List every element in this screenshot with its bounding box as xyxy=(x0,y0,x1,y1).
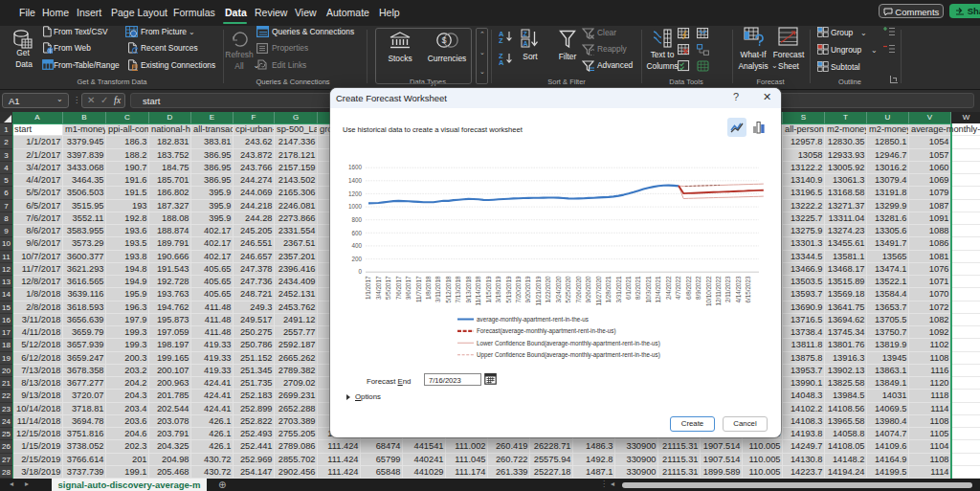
svg-text:7/6/2017: 7/6/2017 xyxy=(395,276,402,300)
svg-text:9/6/2017: 9/6/2017 xyxy=(405,276,412,300)
svg-text:Forecast(average-monthly-apart: Forecast(average-monthly-apartment-rent-… xyxy=(477,327,616,335)
svg-text:Lower Confidence Bound(average: Lower Confidence Bound(average-monthly-a… xyxy=(477,340,660,347)
svg-text:11/14/2018: 11/14/2018 xyxy=(475,276,481,306)
svg-text:Upper Confidence Bound(average: Upper Confidence Bound(average-monthly-a… xyxy=(477,351,660,359)
svg-text:3/11/2018: 3/11/2018 xyxy=(434,276,441,302)
svg-text:5/5/2017: 5/5/2017 xyxy=(385,276,391,300)
svg-text:1/28/2021: 1/28/2021 xyxy=(605,276,612,303)
svg-text:6/1/2021: 6/1/2021 xyxy=(625,276,632,300)
svg-text:6/8/2022: 6/8/2022 xyxy=(685,276,692,300)
svg-text:4/14/2023: 4/14/2023 xyxy=(735,276,742,303)
svg-text:11/27/2020: 11/27/2020 xyxy=(595,276,602,306)
svg-text:11/7/2017: 11/7/2017 xyxy=(415,276,422,302)
svg-text:2/11/2023: 2/11/2023 xyxy=(724,276,731,302)
svg-text:10/3/2021: 10/3/2021 xyxy=(645,276,652,303)
svg-text:5/25/2020: 5/25/2020 xyxy=(565,276,571,303)
svg-text:1600: 1600 xyxy=(348,164,363,170)
svg-text:7/20/2019: 7/20/2019 xyxy=(515,276,522,303)
svg-text:1/15/2019: 1/15/2019 xyxy=(485,276,492,303)
svg-text:400: 400 xyxy=(351,242,362,249)
svg-text:9/26/2020: 9/26/2020 xyxy=(585,276,591,303)
svg-text:3/4/2017: 3/4/2017 xyxy=(375,276,382,300)
svg-text:1/8/2018: 1/8/2018 xyxy=(425,276,432,300)
svg-text:3/24/2020: 3/24/2020 xyxy=(555,276,562,303)
svg-text:5/19/2019: 5/19/2019 xyxy=(505,276,512,303)
svg-text:1400: 1400 xyxy=(348,177,363,184)
svg-text:1000: 1000 xyxy=(348,203,363,210)
svg-text:8/9/2022: 8/9/2022 xyxy=(695,276,702,300)
svg-text:800: 800 xyxy=(351,216,362,223)
svg-text:0: 0 xyxy=(358,268,362,275)
svg-text:5/12/2018: 5/12/2018 xyxy=(445,276,452,303)
svg-text:8/2/2021: 8/2/2021 xyxy=(635,276,641,300)
svg-text:1/22/2020: 1/22/2020 xyxy=(545,276,551,303)
svg-text:12/11/2022: 12/11/2022 xyxy=(715,276,722,306)
svg-text:3/31/2021: 3/31/2021 xyxy=(615,276,622,303)
svg-text:12/4/2021: 12/4/2021 xyxy=(655,276,661,303)
svg-text:600: 600 xyxy=(351,230,362,236)
svg-text:10/10/2022: 10/10/2022 xyxy=(705,276,712,306)
svg-text:2/4/2022: 2/4/2022 xyxy=(665,276,672,300)
svg-text:average-monthly-apartment-rent: average-monthly-apartment-rent-in-the-us xyxy=(477,316,589,324)
svg-text:1/1/2017: 1/1/2017 xyxy=(365,276,371,300)
svg-text:11/21/2019: 11/21/2019 xyxy=(535,276,542,306)
svg-text:9/20/2019: 9/20/2019 xyxy=(524,276,531,303)
svg-text:4/7/2022: 4/7/2022 xyxy=(675,276,681,300)
svg-text:200: 200 xyxy=(351,256,362,262)
svg-text:1200: 1200 xyxy=(348,190,363,197)
svg-text:9/13/2018: 9/13/2018 xyxy=(465,276,472,303)
svg-text:6/15/2023: 6/15/2023 xyxy=(745,276,751,303)
svg-text:3/18/2019: 3/18/2019 xyxy=(495,276,501,303)
svg-text:7/13/2018: 7/13/2018 xyxy=(455,276,461,303)
svg-text:7/26/2020: 7/26/2020 xyxy=(575,276,582,303)
